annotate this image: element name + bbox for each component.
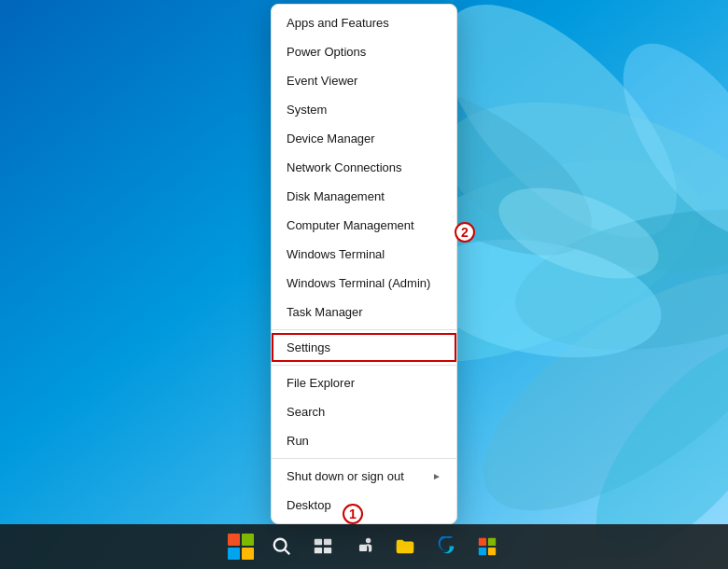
taskbar	[0, 524, 728, 569]
menu-item-network-connections[interactable]: Network Connections	[272, 153, 456, 182]
menu-divider-3	[272, 458, 456, 459]
badge-number-2: 2	[455, 222, 475, 243]
task-view-button[interactable]	[304, 528, 342, 565]
menu-item-device-manager[interactable]: Device Manager	[272, 124, 456, 153]
menu-item-disk-management[interactable]: Disk Management	[272, 182, 456, 211]
menu-item-settings[interactable]: Settings	[272, 333, 456, 362]
task-view-icon	[313, 536, 333, 557]
menu-item-windows-terminal[interactable]: Windows Terminal	[272, 240, 456, 269]
svg-rect-17	[479, 538, 486, 546]
file-explorer-icon	[395, 536, 415, 557]
svg-rect-13	[315, 539, 322, 545]
menu-item-system[interactable]: System	[272, 95, 456, 124]
svg-rect-19	[479, 548, 486, 555]
badge-number-1: 1	[343, 504, 363, 524]
menu-item-search[interactable]: Search	[272, 397, 456, 426]
menu-item-run[interactable]: Run	[272, 426, 456, 455]
store-icon	[477, 536, 497, 557]
menu-item-windows-terminal-admin[interactable]: Windows Terminal (Admin)	[272, 269, 456, 298]
svg-rect-15	[315, 548, 322, 553]
teams-button[interactable]	[345, 528, 383, 565]
windows-logo-icon	[228, 534, 254, 560]
menu-divider-2	[272, 365, 456, 366]
menu-item-shut-down-sign-out[interactable]: Shut down or sign out ►	[272, 462, 456, 491]
menu-item-task-manager[interactable]: Task Manager	[272, 298, 456, 326]
teams-icon	[354, 536, 374, 557]
svg-rect-18	[488, 538, 496, 546]
menu-item-file-explorer[interactable]: File Explorer	[272, 368, 456, 397]
context-menu: Apps and Features Power Options Event Vi…	[271, 4, 457, 524]
svg-rect-20	[488, 548, 496, 555]
menu-item-computer-management[interactable]: Computer Management	[272, 211, 456, 240]
edge-button[interactable]	[427, 528, 465, 565]
menu-item-desktop[interactable]: Desktop	[272, 491, 456, 520]
store-button[interactable]	[469, 528, 506, 565]
svg-rect-16	[324, 548, 331, 553]
svg-rect-14	[324, 539, 331, 545]
chevron-right-icon: ►	[432, 471, 441, 481]
search-icon	[272, 536, 292, 557]
start-button[interactable]	[222, 528, 259, 565]
menu-item-apps-features[interactable]: Apps and Features	[272, 8, 456, 37]
file-explorer-button[interactable]	[386, 528, 424, 565]
svg-line-12	[285, 549, 289, 554]
svg-point-11	[274, 539, 287, 551]
menu-item-event-viewer[interactable]: Event Viewer	[272, 66, 456, 95]
search-button[interactable]	[263, 528, 301, 565]
edge-icon	[436, 536, 456, 557]
menu-divider-1	[272, 329, 456, 330]
menu-item-power-options[interactable]: Power Options	[272, 37, 456, 66]
